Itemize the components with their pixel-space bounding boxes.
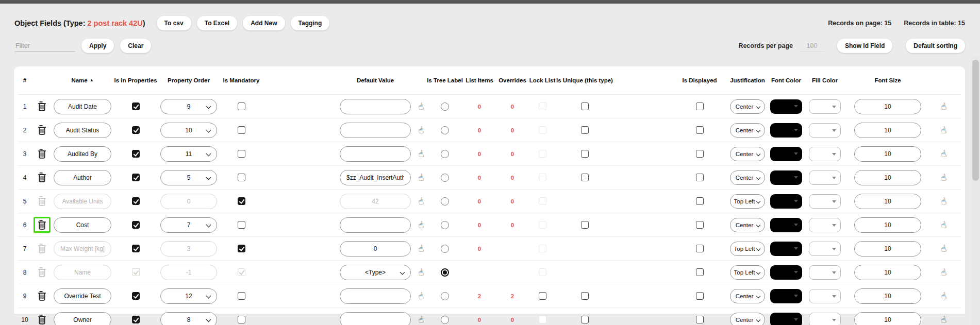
- font-size-input[interactable]: [854, 241, 921, 256]
- fill-color-dropdown[interactable]: [809, 123, 841, 138]
- font-size-input[interactable]: [854, 123, 921, 138]
- column-header-property-order[interactable]: Property Order: [158, 77, 219, 83]
- hand-pointer-icon[interactable]: ☝: [417, 315, 424, 325]
- is-tree-label-radio[interactable]: [441, 268, 449, 277]
- default-sorting-button[interactable]: Default sorting: [906, 39, 965, 53]
- clear-button[interactable]: Clear: [120, 39, 151, 53]
- hand-pointer-icon[interactable]: ☝: [940, 267, 947, 278]
- column-header-is-displayed[interactable]: Is Displayed: [674, 77, 725, 83]
- is-displayed-checkbox[interactable]: [696, 292, 704, 300]
- is-tree-label-radio[interactable]: [441, 126, 449, 134]
- property-order-select[interactable]: 12: [160, 288, 217, 304]
- default-value-input[interactable]: [340, 123, 411, 138]
- hand-pointer-icon[interactable]: ☝: [417, 101, 424, 112]
- property-order-select[interactable]: 10: [160, 123, 217, 138]
- font-color-dropdown[interactable]: [770, 218, 802, 232]
- to-excel-button[interactable]: To Excel: [197, 16, 237, 30]
- delete-button[interactable]: [37, 124, 47, 136]
- font-color-dropdown[interactable]: [770, 289, 802, 303]
- hand-pointer-icon[interactable]: ☝: [940, 173, 947, 183]
- hand-pointer-icon[interactable]: ☝: [940, 125, 947, 135]
- column-header-justification[interactable]: Justification: [725, 77, 770, 83]
- fill-color-dropdown[interactable]: [809, 242, 841, 256]
- is-unique-checkbox[interactable]: [581, 126, 589, 134]
- column-header-is-in-properties[interactable]: Is in Properties: [113, 77, 158, 83]
- is-in-properties-checkbox[interactable]: [132, 150, 140, 158]
- is-mandatory-checkbox[interactable]: [238, 126, 245, 134]
- font-color-dropdown[interactable]: [770, 313, 802, 325]
- property-order-select[interactable]: 8: [160, 312, 217, 325]
- is-tree-label-radio[interactable]: [441, 292, 449, 300]
- is-in-properties-checkbox[interactable]: [132, 316, 140, 323]
- is-tree-label-radio[interactable]: [441, 316, 449, 324]
- name-input[interactable]: [54, 123, 111, 138]
- justification-select[interactable]: Center: [730, 99, 765, 114]
- is-mandatory-checkbox[interactable]: [238, 221, 245, 229]
- hand-pointer-icon[interactable]: ☝: [417, 291, 424, 301]
- is-mandatory-checkbox[interactable]: [238, 197, 245, 205]
- hand-pointer-icon[interactable]: ☝: [417, 220, 424, 230]
- property-order-select[interactable]: 9: [160, 99, 217, 114]
- is-tree-label-radio[interactable]: [441, 174, 449, 182]
- property-order-select[interactable]: 7: [160, 217, 217, 233]
- name-input[interactable]: [54, 312, 111, 325]
- column-header-list-items[interactable]: List Items: [461, 77, 497, 83]
- is-unique-checkbox[interactable]: [581, 102, 589, 110]
- column-header-fill-color[interactable]: Fill Color: [803, 77, 847, 83]
- font-color-dropdown[interactable]: [770, 99, 802, 114]
- font-color-dropdown[interactable]: [770, 147, 802, 161]
- is-in-properties-checkbox[interactable]: [132, 126, 140, 134]
- font-color-dropdown[interactable]: [770, 265, 802, 280]
- justification-select[interactable]: Top Left: [730, 242, 765, 256]
- hand-pointer-icon[interactable]: ☝: [940, 315, 947, 325]
- justification-select[interactable]: Center: [730, 218, 765, 232]
- is-unique-checkbox[interactable]: [581, 316, 589, 323]
- show-id-field-button[interactable]: Show Id Field: [837, 39, 892, 53]
- default-value-input[interactable]: [340, 99, 411, 114]
- default-value-input[interactable]: [340, 170, 411, 185]
- records-per-page-input[interactable]: [800, 41, 824, 52]
- name-input[interactable]: [54, 217, 111, 233]
- is-displayed-checkbox[interactable]: [696, 126, 704, 134]
- font-color-dropdown[interactable]: [770, 194, 802, 209]
- is-in-properties-checkbox[interactable]: [132, 221, 140, 229]
- is-mandatory-checkbox[interactable]: [238, 174, 245, 181]
- delete-button[interactable]: [37, 290, 47, 302]
- is-displayed-checkbox[interactable]: [696, 197, 704, 205]
- font-size-input[interactable]: [854, 146, 921, 162]
- justification-select[interactable]: Top Left: [730, 265, 765, 280]
- is-mandatory-checkbox[interactable]: [238, 102, 245, 110]
- column-header-name[interactable]: Name▲: [52, 77, 113, 83]
- default-value-input[interactable]: [340, 312, 411, 325]
- lock-list-checkbox[interactable]: [539, 292, 546, 300]
- hand-pointer-icon[interactable]: ☝: [417, 173, 424, 183]
- column-header-font-color[interactable]: Font Color: [770, 77, 803, 83]
- font-size-input[interactable]: [854, 194, 921, 209]
- justification-select[interactable]: Center: [730, 123, 765, 138]
- is-unique-checkbox[interactable]: [581, 221, 589, 229]
- is-displayed-checkbox[interactable]: [696, 316, 704, 323]
- column-header-is-tree-label[interactable]: Is Tree Label: [428, 77, 461, 83]
- property-order-select[interactable]: 5: [160, 170, 217, 185]
- hand-pointer-icon[interactable]: ☝: [940, 291, 947, 301]
- is-unique-checkbox[interactable]: [581, 174, 589, 181]
- is-tree-label-radio[interactable]: [441, 245, 449, 253]
- font-color-dropdown[interactable]: [770, 170, 802, 185]
- is-displayed-checkbox[interactable]: [696, 268, 704, 276]
- is-tree-label-radio[interactable]: [441, 197, 449, 206]
- fill-color-dropdown[interactable]: [809, 218, 841, 232]
- font-size-input[interactable]: [854, 288, 921, 304]
- font-color-dropdown[interactable]: [770, 242, 802, 256]
- fill-color-dropdown[interactable]: [809, 99, 841, 114]
- is-displayed-checkbox[interactable]: [696, 245, 704, 252]
- is-mandatory-checkbox[interactable]: [238, 150, 245, 158]
- font-size-input[interactable]: [854, 312, 921, 325]
- font-size-input[interactable]: [854, 265, 921, 280]
- is-mandatory-checkbox[interactable]: [238, 292, 245, 300]
- hand-pointer-icon[interactable]: ☝: [940, 149, 947, 159]
- is-mandatory-checkbox[interactable]: [238, 245, 245, 252]
- delete-button[interactable]: [37, 172, 47, 183]
- is-tree-label-radio[interactable]: [441, 221, 449, 229]
- hand-pointer-icon[interactable]: ☝: [417, 149, 424, 159]
- fill-color-dropdown[interactable]: [809, 170, 841, 185]
